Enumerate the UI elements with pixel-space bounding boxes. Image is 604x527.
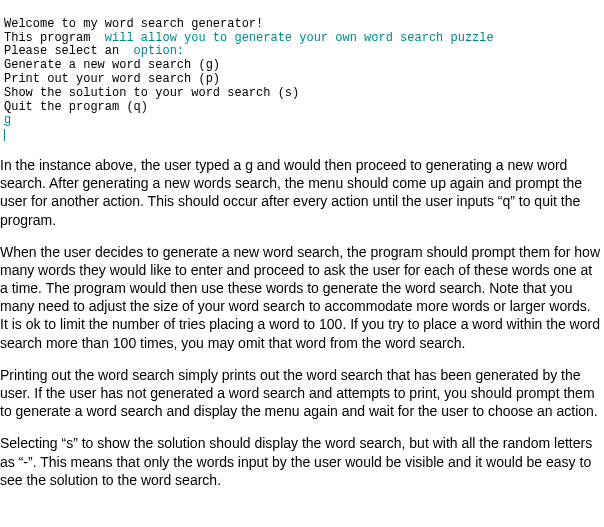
console-line-option-g: Generate a new word search (g) <box>4 58 220 72</box>
instructions-body: In the instance above, the user typed a … <box>0 156 604 495</box>
paragraph-1: In the instance above, the user typed a … <box>0 156 600 229</box>
paragraph-4: Selecting “s” to show the solution shoul… <box>0 434 600 489</box>
console-line-welcome: Welcome to my word search generator! <box>4 17 263 31</box>
console-line-select-a: Please select an <box>4 44 126 58</box>
paragraph-2: When the user decides to generate a new … <box>0 243 600 352</box>
console-line-select-b: option: <box>126 44 184 58</box>
console-line-option-p: Print out your word search (p) <box>4 72 220 86</box>
console-user-input: g <box>4 113 11 127</box>
console-line-desc-b: will allow you to generate your own word… <box>98 31 494 45</box>
console-output: Welcome to my word search generator! Thi… <box>0 0 604 142</box>
console-line-option-s: Show the solution to your word search (s… <box>4 86 299 100</box>
console-line-desc-a: This program <box>4 31 98 45</box>
console-line-option-q: Quit the program (q) <box>4 100 148 114</box>
paragraph-3: Printing out the word search simply prin… <box>0 366 600 421</box>
console-cursor <box>4 129 5 141</box>
